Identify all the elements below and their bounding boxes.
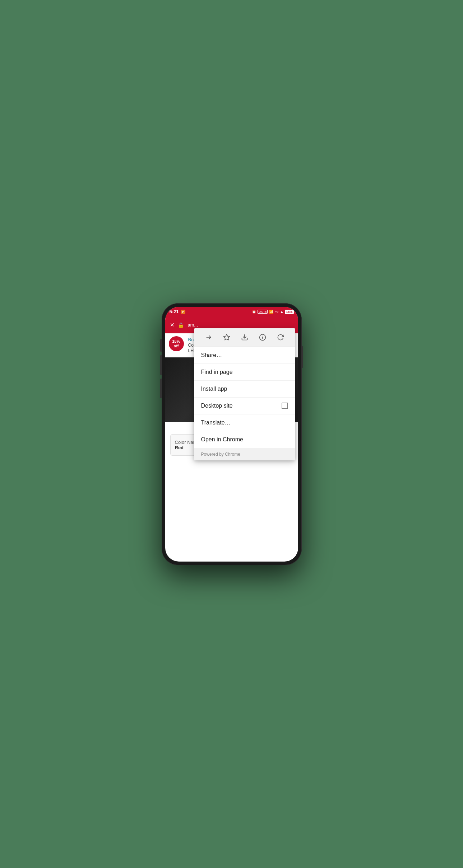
share-menu-item[interactable]: Share… bbox=[194, 347, 295, 364]
phone-device: 5:21 P ⏰ VoLTE 📶 4G ▲ 16% × 🔒 am... bbox=[162, 303, 302, 565]
find-in-page-label: Find in page bbox=[201, 369, 233, 375]
install-app-menu-item[interactable]: Install app bbox=[194, 381, 295, 398]
translate-label: Translate… bbox=[201, 419, 231, 426]
power-button bbox=[302, 346, 303, 368]
phone-screen: 5:21 P ⏰ VoLTE 📶 4G ▲ 16% × 🔒 am... bbox=[165, 307, 298, 562]
translate-menu-item[interactable]: Translate… bbox=[194, 414, 295, 431]
bookmark-button[interactable] bbox=[220, 331, 233, 344]
desktop-site-menu-item[interactable]: Desktop site bbox=[194, 398, 295, 414]
desktop-site-checkbox[interactable] bbox=[282, 403, 288, 409]
menu-overlay: Share… Find in page Install app Desktop … bbox=[165, 307, 298, 562]
menu-items: Share… Find in page Install app Desktop … bbox=[194, 347, 295, 448]
svg-marker-15 bbox=[223, 334, 230, 340]
menu-toolbar bbox=[194, 328, 295, 347]
open-in-chrome-label: Open in Chrome bbox=[201, 436, 243, 443]
share-label: Share… bbox=[201, 352, 222, 358]
desktop-site-label: Desktop site bbox=[201, 403, 233, 409]
chrome-menu-popup: Share… Find in page Install app Desktop … bbox=[194, 328, 295, 460]
volume-up-button bbox=[160, 339, 162, 352]
open-in-chrome-menu-item[interactable]: Open in Chrome bbox=[194, 431, 295, 448]
find-in-page-menu-item[interactable]: Find in page bbox=[194, 364, 295, 381]
refresh-button[interactable] bbox=[274, 331, 287, 344]
forward-button[interactable] bbox=[202, 331, 215, 344]
download-button[interactable] bbox=[238, 331, 251, 344]
info-button[interactable] bbox=[256, 331, 269, 344]
silent-button bbox=[160, 379, 162, 398]
powered-by-chrome: Powered by Chrome bbox=[194, 448, 295, 460]
volume-down-button bbox=[160, 355, 162, 375]
install-app-label: Install app bbox=[201, 386, 227, 392]
